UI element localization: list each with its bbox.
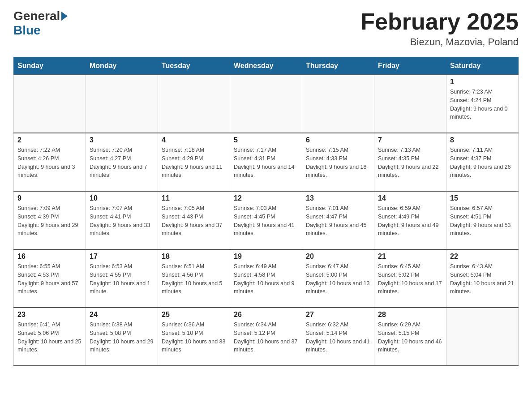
- day-info: Sunrise: 7:20 AM Sunset: 4:27 PM Dayligh…: [90, 146, 154, 180]
- day-number: 4: [162, 136, 226, 144]
- day-info: Sunrise: 6:51 AM Sunset: 4:56 PM Dayligh…: [162, 262, 226, 296]
- calendar-cell: 3Sunrise: 7:20 AM Sunset: 4:27 PM Daylig…: [86, 133, 158, 191]
- day-number: 12: [234, 194, 298, 202]
- day-number: 7: [378, 136, 442, 144]
- calendar-cell: 11Sunrise: 7:05 AM Sunset: 4:43 PM Dayli…: [158, 191, 230, 249]
- day-info: Sunrise: 7:09 AM Sunset: 4:39 PM Dayligh…: [17, 204, 82, 238]
- day-number: 20: [306, 253, 370, 261]
- day-number: 2: [17, 136, 82, 144]
- logo-blue-text: Blue: [13, 23, 41, 38]
- day-number: 16: [17, 253, 82, 261]
- calendar-cell: 18Sunrise: 6:51 AM Sunset: 4:56 PM Dayli…: [158, 249, 230, 308]
- day-number: 3: [90, 136, 154, 144]
- day-number: 6: [306, 136, 370, 144]
- day-number: 15: [450, 194, 515, 202]
- weekday-header-thursday: Thursday: [302, 57, 374, 75]
- weekday-header-monday: Monday: [86, 57, 158, 75]
- day-info: Sunrise: 7:18 AM Sunset: 4:29 PM Dayligh…: [162, 146, 226, 180]
- page-header: General Blue February 2025 Biezun, Mazov…: [13, 9, 519, 48]
- day-info: Sunrise: 6:57 AM Sunset: 4:51 PM Dayligh…: [450, 204, 515, 238]
- calendar-cell: 27Sunrise: 6:32 AM Sunset: 5:14 PM Dayli…: [302, 308, 374, 366]
- day-info: Sunrise: 6:36 AM Sunset: 5:10 PM Dayligh…: [162, 321, 226, 354]
- calendar-cell: [230, 75, 302, 133]
- day-number: 18: [162, 253, 226, 261]
- day-info: Sunrise: 6:59 AM Sunset: 4:49 PM Dayligh…: [378, 204, 442, 238]
- week-row-2: 2Sunrise: 7:22 AM Sunset: 4:26 PM Daylig…: [14, 133, 519, 191]
- month-title: February 2025: [360, 9, 519, 34]
- calendar-cell: 9Sunrise: 7:09 AM Sunset: 4:39 PM Daylig…: [14, 191, 86, 249]
- calendar-cell: 17Sunrise: 6:53 AM Sunset: 4:55 PM Dayli…: [86, 249, 158, 308]
- day-info: Sunrise: 7:07 AM Sunset: 4:41 PM Dayligh…: [90, 204, 154, 238]
- day-number: 24: [90, 311, 154, 319]
- day-number: 19: [234, 253, 298, 261]
- day-info: Sunrise: 7:01 AM Sunset: 4:47 PM Dayligh…: [306, 204, 370, 238]
- calendar-cell: 6Sunrise: 7:15 AM Sunset: 4:33 PM Daylig…: [302, 133, 374, 191]
- calendar-cell: 21Sunrise: 6:45 AM Sunset: 5:02 PM Dayli…: [374, 249, 446, 308]
- weekday-header-row: SundayMondayTuesdayWednesdayThursdayFrid…: [14, 57, 519, 75]
- calendar-cell: [14, 75, 86, 133]
- calendar-table: SundayMondayTuesdayWednesdayThursdayFrid…: [13, 57, 519, 366]
- day-info: Sunrise: 6:53 AM Sunset: 4:55 PM Dayligh…: [90, 262, 154, 296]
- location-text: Biezun, Mazovia, Poland: [360, 36, 519, 48]
- day-info: Sunrise: 7:22 AM Sunset: 4:26 PM Dayligh…: [17, 146, 82, 180]
- calendar-cell: 12Sunrise: 7:03 AM Sunset: 4:45 PM Dayli…: [230, 191, 302, 249]
- day-info: Sunrise: 7:23 AM Sunset: 4:24 PM Dayligh…: [450, 88, 515, 121]
- day-info: Sunrise: 6:47 AM Sunset: 5:00 PM Dayligh…: [306, 262, 370, 296]
- calendar-cell: 4Sunrise: 7:18 AM Sunset: 4:29 PM Daylig…: [158, 133, 230, 191]
- logo: General Blue: [13, 9, 69, 38]
- calendar-cell: 5Sunrise: 7:17 AM Sunset: 4:31 PM Daylig…: [230, 133, 302, 191]
- weekday-header-saturday: Saturday: [446, 57, 519, 75]
- calendar-cell: 14Sunrise: 6:59 AM Sunset: 4:49 PM Dayli…: [374, 191, 446, 249]
- calendar-cell: 13Sunrise: 7:01 AM Sunset: 4:47 PM Dayli…: [302, 191, 374, 249]
- day-info: Sunrise: 6:41 AM Sunset: 5:06 PM Dayligh…: [17, 321, 82, 354]
- day-number: 14: [378, 194, 442, 202]
- calendar-cell: [158, 75, 230, 133]
- day-number: 8: [450, 136, 515, 144]
- day-number: 22: [450, 253, 515, 261]
- calendar-cell: 10Sunrise: 7:07 AM Sunset: 4:41 PM Dayli…: [86, 191, 158, 249]
- weekday-header-sunday: Sunday: [14, 57, 86, 75]
- day-number: 23: [17, 311, 82, 319]
- day-number: 13: [306, 194, 370, 202]
- day-info: Sunrise: 6:38 AM Sunset: 5:08 PM Dayligh…: [90, 321, 154, 354]
- day-info: Sunrise: 6:29 AM Sunset: 5:15 PM Dayligh…: [378, 321, 442, 354]
- day-number: 11: [162, 194, 226, 202]
- weekday-header-friday: Friday: [374, 57, 446, 75]
- day-number: 28: [378, 311, 442, 319]
- calendar-cell: [374, 75, 446, 133]
- day-info: Sunrise: 7:03 AM Sunset: 4:45 PM Dayligh…: [234, 204, 298, 238]
- day-info: Sunrise: 7:05 AM Sunset: 4:43 PM Dayligh…: [162, 204, 226, 238]
- calendar-cell: [302, 75, 374, 133]
- day-info: Sunrise: 6:55 AM Sunset: 4:53 PM Dayligh…: [17, 262, 82, 296]
- day-number: 26: [234, 311, 298, 319]
- day-info: Sunrise: 6:34 AM Sunset: 5:12 PM Dayligh…: [234, 321, 298, 354]
- day-info: Sunrise: 6:32 AM Sunset: 5:14 PM Dayligh…: [306, 321, 370, 354]
- logo-general-text: General: [13, 9, 60, 23]
- day-info: Sunrise: 7:15 AM Sunset: 4:33 PM Dayligh…: [306, 146, 370, 180]
- day-number: 25: [162, 311, 226, 319]
- weekday-header-tuesday: Tuesday: [158, 57, 230, 75]
- day-number: 10: [90, 194, 154, 202]
- day-number: 17: [90, 253, 154, 261]
- calendar-cell: [86, 75, 158, 133]
- calendar-cell: 2Sunrise: 7:22 AM Sunset: 4:26 PM Daylig…: [14, 133, 86, 191]
- day-info: Sunrise: 6:49 AM Sunset: 4:58 PM Dayligh…: [234, 262, 298, 296]
- day-number: 1: [450, 78, 515, 86]
- week-row-3: 9Sunrise: 7:09 AM Sunset: 4:39 PM Daylig…: [14, 191, 519, 249]
- calendar-cell: 28Sunrise: 6:29 AM Sunset: 5:15 PM Dayli…: [374, 308, 446, 366]
- calendar-cell: 8Sunrise: 7:11 AM Sunset: 4:37 PM Daylig…: [446, 133, 519, 191]
- week-row-4: 16Sunrise: 6:55 AM Sunset: 4:53 PM Dayli…: [14, 249, 519, 308]
- calendar-cell: 24Sunrise: 6:38 AM Sunset: 5:08 PM Dayli…: [86, 308, 158, 366]
- calendar-cell: 26Sunrise: 6:34 AM Sunset: 5:12 PM Dayli…: [230, 308, 302, 366]
- week-row-1: 1Sunrise: 7:23 AM Sunset: 4:24 PM Daylig…: [14, 75, 519, 133]
- day-number: 27: [306, 311, 370, 319]
- calendar-cell: 23Sunrise: 6:41 AM Sunset: 5:06 PM Dayli…: [14, 308, 86, 366]
- calendar-cell: 25Sunrise: 6:36 AM Sunset: 5:10 PM Dayli…: [158, 308, 230, 366]
- calendar-cell: 16Sunrise: 6:55 AM Sunset: 4:53 PM Dayli…: [14, 249, 86, 308]
- calendar-cell: 1Sunrise: 7:23 AM Sunset: 4:24 PM Daylig…: [446, 75, 519, 133]
- day-info: Sunrise: 7:17 AM Sunset: 4:31 PM Dayligh…: [234, 146, 298, 180]
- calendar-cell: 15Sunrise: 6:57 AM Sunset: 4:51 PM Dayli…: [446, 191, 519, 249]
- day-info: Sunrise: 7:13 AM Sunset: 4:35 PM Dayligh…: [378, 146, 442, 180]
- week-row-5: 23Sunrise: 6:41 AM Sunset: 5:06 PM Dayli…: [14, 308, 519, 366]
- day-info: Sunrise: 6:43 AM Sunset: 5:04 PM Dayligh…: [450, 262, 515, 296]
